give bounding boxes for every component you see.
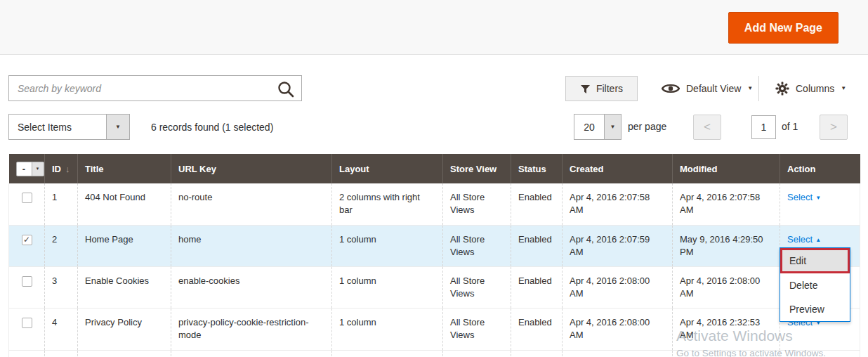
column-header-id[interactable]: ID↓ <box>45 154 78 183</box>
search-input[interactable] <box>9 76 301 100</box>
row-action-menu: Edit Delete Preview <box>780 247 850 322</box>
cell-title: 404 Not Found <box>78 183 171 225</box>
cell-modified: Apr 4, 2016 2:32:53 AM <box>673 309 780 350</box>
cell-checkbox <box>9 309 45 350</box>
column-header-modified[interactable]: Modified <box>673 154 780 183</box>
cell-store-view: All Store Views <box>443 266 511 308</box>
column-header-status[interactable]: Status <box>511 154 563 183</box>
menu-item-edit[interactable]: Edit <box>780 248 850 273</box>
cell-title: Enable Cookies <box>78 266 171 308</box>
default-view-dropdown[interactable]: Default View ▼ <box>653 76 761 101</box>
column-header-url-key[interactable]: URL Key <box>171 154 332 183</box>
cell-title: Privacy Policy <box>78 309 171 350</box>
column-header-action: Action <box>780 154 860 183</box>
cell-url-key: home <box>171 225 332 266</box>
cell-store-view: All Store Views <box>443 183 511 225</box>
column-header-created[interactable]: Created <box>563 154 673 183</box>
select-all-control[interactable]: - ▼ <box>16 162 44 176</box>
chevron-down-icon: ▼ <box>841 86 846 91</box>
filter-icon <box>580 84 591 94</box>
menu-item-delete[interactable]: Delete <box>780 273 850 297</box>
toolbar-divider <box>758 76 759 101</box>
cell-checkbox <box>9 183 45 225</box>
cell-store-view: All Store Views <box>443 309 511 350</box>
table-row: 4 Privacy Policy privacy-policy-cookie-r… <box>9 309 860 350</box>
table-row: 1 404 Not Found no-route 2 columns with … <box>9 183 860 225</box>
cell-modified: May 9, 2016 4:29:50 PM <box>673 225 780 266</box>
column-header-store-view[interactable]: Store View <box>443 154 511 183</box>
columns-dropdown[interactable]: Columns ▼ <box>767 76 855 101</box>
per-page-label: per page <box>628 121 666 132</box>
cell-id: 3 <box>45 266 78 308</box>
row-checkbox-checked[interactable]: ✓ <box>22 235 32 245</box>
page-header-bar: Add New Page <box>0 0 868 55</box>
cell-url-key: enable-cookies <box>171 266 332 308</box>
cell-status: Enabled <box>511 266 563 308</box>
cell-id: 2 <box>45 225 78 266</box>
cell-created: Apr 4, 2016 2:07:59 AM <box>563 225 673 266</box>
default-view-label: Default View <box>686 83 741 94</box>
chevron-down-icon: ▼ <box>747 86 753 91</box>
next-page-button[interactable]: > <box>820 115 848 140</box>
row-select-action-open[interactable]: Select▲ <box>787 234 821 245</box>
select-items-label: Select Items <box>9 115 106 139</box>
cell-created: Apr 4, 2016 2:07:58 AM <box>563 183 673 225</box>
cell-id: 4 <box>45 309 78 350</box>
table-row: 3 Enable Cookies enable-cookies 1 column… <box>9 266 860 308</box>
cell-action: Select▼ <box>780 183 860 225</box>
cell-created: Apr 4, 2016 2:08:00 AM <box>563 266 673 308</box>
grid-toolbar: Filters Default View ▼ <box>555 76 868 102</box>
column-header-layout[interactable]: Layout <box>332 154 443 183</box>
sort-descending-icon: ↓ <box>65 164 70 174</box>
row-checkbox-unchecked[interactable] <box>22 276 32 287</box>
cell-id: 1 <box>45 183 78 225</box>
cell-status: Enabled <box>511 225 563 266</box>
cell-url-key: no-route <box>171 183 332 225</box>
pagination-controls: 20 ▼ per page < of 1 > <box>562 114 868 141</box>
table-row-selected: ✓ 2 Home Page home 1 column All Store Vi… <box>9 225 860 266</box>
columns-label: Columns <box>796 83 834 94</box>
column-header-select-all: - ▼ <box>9 154 45 183</box>
cell-layout: 1 column <box>332 266 443 308</box>
select-all-dash: - <box>17 162 32 176</box>
row-checkbox-unchecked[interactable] <box>22 193 32 203</box>
cell-checkbox <box>9 266 45 308</box>
select-items-dropdown[interactable]: Select Items ▼ <box>8 114 130 140</box>
eye-icon <box>662 82 680 95</box>
cell-layout: 1 column <box>332 309 443 350</box>
filters-button[interactable]: Filters <box>565 76 638 101</box>
search-icon[interactable] <box>276 79 296 99</box>
select-all-caret: ▼ <box>32 162 44 176</box>
page-total-label: of 1 <box>782 121 798 132</box>
row-select-action[interactable]: Select▼ <box>787 192 821 202</box>
keyword-search-box <box>8 75 302 101</box>
gear-icon <box>775 82 789 96</box>
cell-status: Enabled <box>511 309 563 350</box>
column-header-title[interactable]: Title <box>78 154 171 183</box>
cell-modified: Apr 4, 2016 2:08:00 AM <box>673 266 780 308</box>
current-page-input[interactable] <box>751 115 776 139</box>
cell-layout: 1 column <box>332 225 443 266</box>
table-row-partial <box>9 350 860 357</box>
per-page-select[interactable]: 20 ▼ <box>574 114 622 140</box>
cms-pages-grid-screen: Add New Page Filters <box>0 0 868 357</box>
chevron-down-icon: ▼ <box>604 115 621 139</box>
cell-checkbox: ✓ <box>9 225 45 266</box>
cell-created: Apr 4, 2016 2:08:00 AM <box>563 309 673 350</box>
cell-url-key: privacy-policy-cookie-restriction-mode <box>171 309 332 350</box>
cell-status: Enabled <box>511 183 563 225</box>
previous-page-button[interactable]: < <box>693 115 721 140</box>
cell-store-view: All Store Views <box>443 225 511 266</box>
chevron-left-icon: < <box>704 120 711 134</box>
records-summary: 6 records found (1 selected) <box>151 122 273 133</box>
chevron-right-icon: > <box>830 120 837 134</box>
chevron-down-icon: ▼ <box>106 115 129 139</box>
caret-down-icon: ▼ <box>815 194 821 202</box>
menu-item-preview[interactable]: Preview <box>780 297 850 321</box>
cms-pages-table: - ▼ ID↓ Title URL Key Layout Store View … <box>8 154 860 357</box>
add-new-page-button[interactable]: Add New Page <box>728 12 839 44</box>
per-page-value: 20 <box>574 115 604 139</box>
filters-label: Filters <box>596 83 623 94</box>
row-checkbox-unchecked[interactable] <box>22 318 32 328</box>
cell-layout: 2 columns with right bar <box>332 183 443 225</box>
